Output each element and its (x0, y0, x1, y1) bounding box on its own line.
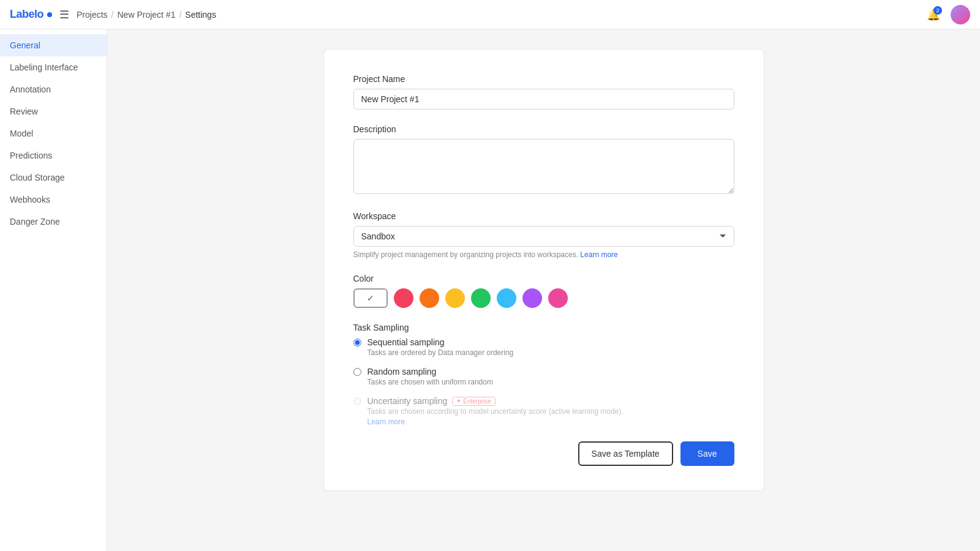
description-input[interactable] (353, 139, 734, 194)
workspace-label: Workspace (353, 211, 734, 221)
color-swatch-orange[interactable] (420, 288, 439, 308)
notification-badge: 2 (933, 6, 942, 15)
workspace-select[interactable]: Sandbox Production Testing (353, 226, 734, 247)
sidebar-item-danger-zone[interactable]: Danger Zone (0, 211, 107, 233)
sampling-random-radio[interactable] (353, 368, 361, 376)
uncertainty-learn-more-link[interactable]: Learn more (368, 418, 405, 426)
sampling-sequential-title: Sequential sampling (368, 337, 514, 347)
workspace-helper: Simplify project management by organizin… (353, 250, 734, 259)
sidebar-item-labeling-interface[interactable]: Labeling Interface (0, 56, 107, 78)
sidebar-item-general[interactable]: General (0, 34, 107, 56)
notification-button[interactable]: 🔔 2 (924, 5, 943, 24)
breadcrumb-sep1: / (111, 10, 114, 20)
settings-card: Project Name Description Workspace Sandb… (323, 49, 764, 491)
sampling-uncertainty-radio (353, 397, 361, 405)
color-check-white: ✓ (367, 293, 374, 303)
sampling-uncertainty-text: Uncertainty sampling (368, 396, 448, 406)
description-label: Description (353, 124, 734, 134)
sidebar-item-annotation[interactable]: Annotation (0, 78, 107, 100)
workspace-learn-more-link[interactable]: Learn more (580, 250, 617, 259)
topbar: Labelo ☰ Projects / New Project #1 / Set… (0, 0, 980, 29)
sampling-sequential-desc: Tasks are ordered by Data manager orderi… (368, 348, 514, 357)
sidebar-item-webhooks[interactable]: Webhooks (0, 189, 107, 211)
sampling-sequential-radio[interactable] (353, 339, 361, 347)
workspace-group: Workspace Sandbox Production Testing Sim… (353, 211, 734, 259)
color-swatch-red[interactable] (394, 288, 413, 308)
sidebar-item-cloud-storage-label: Cloud Storage (10, 173, 65, 182)
sidebar-item-general-label: General (10, 40, 40, 50)
color-swatch-blue[interactable] (497, 288, 516, 308)
breadcrumb-project[interactable]: New Project #1 (117, 10, 175, 20)
color-swatch-yellow[interactable] (445, 288, 465, 308)
color-row: ✓ (353, 288, 734, 308)
breadcrumb-sep2: / (179, 10, 181, 20)
sidebar-item-labeling-interface-label: Labeling Interface (10, 62, 78, 72)
sidebar-item-predictions-label: Predictions (10, 151, 52, 160)
sidebar: General Labeling Interface Annotation Re… (0, 29, 107, 551)
color-swatch-green[interactable] (471, 288, 491, 308)
sidebar-item-review[interactable]: Review (0, 100, 107, 122)
color-group: Color ✓ (353, 274, 734, 308)
topbar-left: Labelo ☰ Projects / New Project #1 / Set… (10, 8, 216, 21)
topbar-right: 🔔 2 (924, 5, 970, 24)
description-group: Description (353, 124, 734, 197)
button-row: Save as Template Save (353, 441, 734, 466)
project-name-input[interactable] (353, 89, 734, 110)
main-layout: General Labeling Interface Annotation Re… (0, 29, 980, 551)
sampling-random-label[interactable]: Random sampling Tasks are chosen with un… (353, 367, 734, 386)
enterprise-label: Enterprise (463, 398, 491, 405)
color-swatch-white[interactable]: ✓ (353, 288, 388, 308)
sampling-option-uncertainty: Uncertainty sampling ✦ Enterprise Tasks … (353, 396, 734, 427)
logo-dot (47, 12, 52, 17)
sampling-option-random: Random sampling Tasks are chosen with un… (353, 367, 734, 386)
breadcrumb-projects[interactable]: Projects (77, 10, 108, 20)
sidebar-item-predictions[interactable]: Predictions (0, 144, 107, 167)
save-as-template-button[interactable]: Save as Template (578, 441, 673, 466)
breadcrumb: Projects / New Project #1 / Settings (77, 10, 216, 20)
sampling-option-sequential: Sequential sampling Tasks are ordered by… (353, 337, 734, 357)
sidebar-item-model[interactable]: Model (0, 122, 107, 144)
save-button[interactable]: Save (680, 441, 734, 466)
sampling-random-title: Random sampling (368, 367, 493, 377)
color-swatch-purple[interactable] (522, 288, 542, 308)
sidebar-item-cloud-storage[interactable]: Cloud Storage (0, 167, 107, 189)
sampling-random-desc: Tasks are chosen with uniform random (368, 378, 493, 386)
logo[interactable]: Labelo (10, 8, 52, 21)
task-sampling-group: Task Sampling Sequential sampling Tasks … (353, 323, 734, 427)
hamburger-icon[interactable]: ☰ (59, 8, 69, 21)
sampling-uncertainty-desc: Tasks are chosen according to model unce… (368, 407, 624, 416)
content-area: Project Name Description Workspace Sandb… (107, 29, 980, 551)
enterprise-badge: ✦ Enterprise (452, 397, 496, 406)
sampling-uncertainty-label[interactable]: Uncertainty sampling ✦ Enterprise Tasks … (353, 396, 734, 427)
project-name-group: Project Name (353, 74, 734, 110)
color-label: Color (353, 274, 734, 283)
logo-text: Labelo (10, 8, 43, 21)
breadcrumb-current: Settings (185, 10, 216, 20)
sidebar-item-annotation-label: Annotation (10, 84, 51, 94)
sampling-sequential-label[interactable]: Sequential sampling Tasks are ordered by… (353, 337, 734, 357)
sampling-uncertainty-title: Uncertainty sampling ✦ Enterprise (368, 396, 624, 406)
project-name-label: Project Name (353, 74, 734, 84)
avatar-image (951, 5, 970, 24)
sidebar-item-model-label: Model (10, 129, 33, 138)
enterprise-star-icon: ✦ (456, 398, 461, 404)
task-sampling-label: Task Sampling (353, 323, 734, 332)
sidebar-item-webhooks-label: Webhooks (10, 195, 50, 204)
sidebar-item-danger-zone-label: Danger Zone (10, 217, 60, 227)
avatar[interactable] (951, 5, 970, 24)
color-swatch-pink[interactable] (548, 288, 568, 308)
sidebar-item-review-label: Review (10, 107, 38, 116)
